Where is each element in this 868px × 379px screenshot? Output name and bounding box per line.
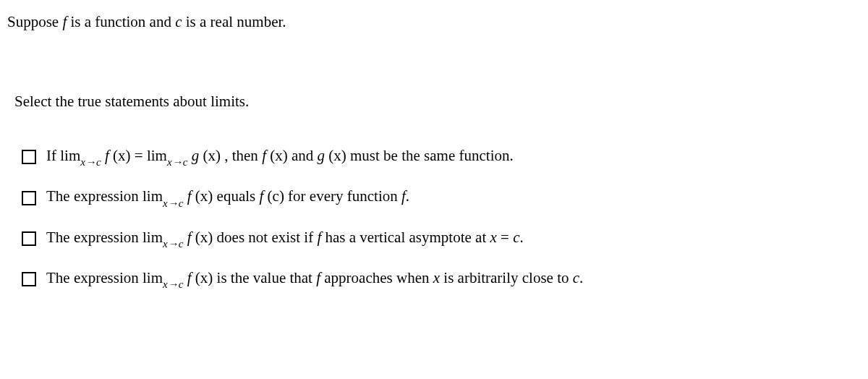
checkbox-4[interactable]: [22, 272, 36, 286]
opt3-p2: f: [183, 229, 191, 246]
opt1-sub2: x→c: [167, 156, 188, 168]
opt3-p1: The expression lim: [46, 229, 163, 246]
opt4-p9: .: [579, 269, 583, 286]
opt4-p7: is arbitrarily close to: [440, 269, 573, 286]
opt2-p7: .: [406, 187, 409, 205]
option-2-text: The expression limx→c f (x) equals f (c)…: [46, 186, 409, 209]
checkbox-1[interactable]: [22, 150, 36, 164]
opt2-p2: f: [183, 187, 191, 205]
select-prompt: Select the true statements about limits.: [7, 93, 861, 111]
opt4-p1: The expression lim: [46, 269, 163, 286]
opt3-p9: .: [519, 229, 523, 246]
option-2: The expression limx→c f (x) equals f (c)…: [22, 186, 861, 209]
opt3-sub1: x→c: [163, 238, 184, 250]
opt1-p2: f: [101, 147, 109, 164]
opt1-p7: (x) and: [266, 147, 318, 164]
opt2-sub1: x→c: [163, 197, 184, 209]
option-1-text: If limx→c f (x) = limx→c g (x) , then f …: [46, 145, 514, 169]
intro-mid1: is a function and: [67, 13, 175, 30]
opt4-sub1: x→c: [163, 278, 184, 290]
intro-text: Suppose f is a function and c is a real …: [7, 13, 861, 31]
opt3-p5: has a vertical asymptote at: [321, 229, 490, 246]
opt2-p5: (c) for every function: [263, 187, 401, 205]
opt1-sub1: x→c: [80, 156, 101, 168]
opt4-p2: f: [183, 269, 191, 286]
opt3-p7: =: [497, 229, 513, 246]
opt4-p5: approaches when: [320, 269, 433, 286]
opt4-p8: c: [573, 269, 579, 286]
opt2-p1: The expression lim: [46, 187, 163, 205]
opt3-p3: (x) does not exist if: [192, 229, 318, 246]
checkbox-3[interactable]: [22, 231, 36, 246]
opt1-p5: (x) , then: [199, 147, 262, 164]
intro-c: c: [175, 13, 182, 30]
opt3-p6: x: [490, 229, 496, 246]
opt1-p4: g: [187, 147, 199, 164]
opt1-p8: g: [318, 147, 326, 164]
option-4: The expression limx→c f (x) is the value…: [22, 268, 861, 291]
opt1-p1: If lim: [46, 147, 80, 164]
checkbox-2[interactable]: [22, 191, 36, 205]
option-3-text: The expression limx→c f (x) does not exi…: [46, 227, 524, 250]
option-4-text: The expression limx→c f (x) is the value…: [46, 268, 583, 291]
opt1-p9: (x) must be the same function.: [325, 147, 514, 164]
opt4-p3: (x) is the value that: [192, 269, 317, 286]
option-1: If limx→c f (x) = limx→c g (x) , then f …: [22, 145, 861, 169]
intro-mid2: is a real number.: [182, 13, 286, 30]
options-list: If limx→c f (x) = limx→c g (x) , then f …: [7, 145, 861, 291]
opt1-p3: (x) = lim: [109, 147, 167, 164]
intro-pre: Suppose: [7, 13, 62, 30]
opt2-p3: (x) equals: [192, 187, 260, 205]
opt4-p6: x: [433, 269, 440, 286]
option-3: The expression limx→c f (x) does not exi…: [22, 227, 861, 250]
